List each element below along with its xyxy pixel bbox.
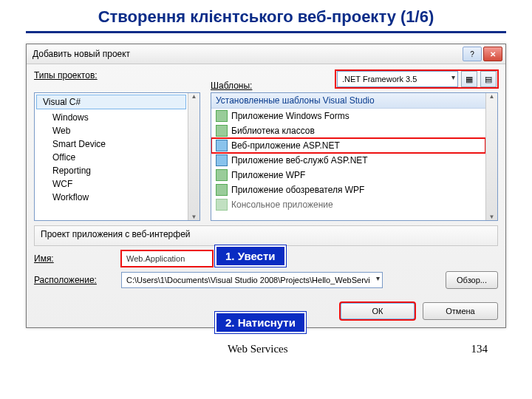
location-input[interactable]: C:\Users\1\Documents\Visual Studio 2008\… (121, 272, 383, 288)
location-label: Расположение: (34, 275, 115, 285)
framework-selector[interactable]: .NET Framework 3.5 (337, 71, 458, 87)
template-icon (216, 140, 228, 151)
dialog-body-header: Типы проектов: Шаблоны: .NET Framework 3… (27, 64, 505, 91)
template-icon (216, 125, 228, 137)
template-label: Веб-приложение ASP.NET (231, 140, 340, 151)
slide-title: Створення клієнтського веб-проекту (1/6) (0, 0, 532, 31)
title-underline (26, 31, 506, 33)
help-button[interactable]: ? (463, 47, 482, 61)
template-label: Приложение WPF (231, 170, 305, 180)
template-item[interactable]: Приложение веб-служб ASP.NET (211, 153, 485, 168)
view-large-icons-button[interactable]: ▤ (480, 71, 497, 87)
template-icon (216, 169, 228, 181)
new-project-dialog: Добавить новый проект ? ✕ Типы проектов:… (26, 44, 506, 328)
template-item[interactable]: Приложение обозревателя WPF (211, 183, 485, 197)
templates-group-header: Установленные шаблоны Visual Studio (211, 93, 485, 109)
template-icon (216, 199, 228, 211)
project-name-input[interactable]: Web.Application (121, 250, 213, 267)
location-row: Расположение: C:\Users\1\Documents\Visua… (27, 267, 505, 289)
template-item[interactable]: Приложение WPF (211, 168, 485, 183)
template-label: Приложение Windows Forms (231, 111, 349, 121)
browse-button[interactable]: Обзор... (446, 271, 498, 289)
tree-item[interactable]: Reporting (35, 164, 188, 177)
tree-item[interactable]: Windows (35, 111, 188, 124)
tree-root-visual-csharp[interactable]: Visual C# (36, 95, 186, 109)
template-item[interactable]: Консольное приложение (211, 197, 485, 212)
template-label: Библиотека классов (231, 126, 315, 136)
callout-step-1: 1. Увести (215, 245, 286, 267)
framework-toolbar: .NET Framework 3.5 ▦ ▤ (335, 70, 498, 88)
ok-button[interactable]: ОК (340, 302, 415, 320)
template-icon (216, 184, 228, 196)
tree-item[interactable]: Workflow (35, 191, 188, 204)
template-item-aspnet-web[interactable]: Веб-приложение ASP.NET (211, 138, 485, 153)
template-label: Консольное приложение (231, 200, 333, 210)
view-small-icons-button[interactable]: ▦ (461, 71, 477, 87)
template-icon (216, 110, 228, 122)
template-icon (216, 154, 228, 166)
templates-list[interactable]: Установленные шаблоны Visual Studio Прил… (211, 92, 498, 221)
name-label: Имя: (34, 253, 115, 264)
tree-item[interactable]: WCF (35, 177, 188, 191)
templates-label: Шаблоны: (211, 81, 335, 91)
templates-scrollbar[interactable]: ▲▼ (485, 93, 497, 220)
callout-step-2: 2. Натиснути (215, 312, 306, 333)
tree-item[interactable]: Smart Device (35, 137, 188, 151)
dialog-title: Добавить новый проект (30, 49, 461, 59)
template-label: Приложение обозревателя WPF (231, 185, 364, 195)
close-button[interactable]: ✕ (483, 47, 502, 61)
dialog-titlebar: Добавить новый проект ? ✕ (27, 44, 505, 64)
cancel-button[interactable]: Отмена (423, 302, 498, 320)
page-number: 134 (471, 343, 488, 355)
template-item[interactable]: Приложение Windows Forms (211, 109, 485, 123)
tree-scrollbar[interactable]: ▲▼ (188, 93, 200, 220)
template-item[interactable]: Библиотека классов (211, 123, 485, 138)
project-types-tree[interactable]: Visual C# Windows Web Smart Device Offic… (34, 92, 200, 221)
tree-item[interactable]: Office (35, 151, 188, 164)
project-types-label: Типы проектов: (34, 70, 200, 81)
template-description: Проект приложения с веб-интерфей (34, 225, 498, 246)
footer-title: Web Services (228, 343, 288, 355)
template-label: Приложение веб-служб ASP.NET (231, 155, 368, 166)
dialog-body-lists: Visual C# Windows Web Smart Device Offic… (27, 91, 505, 221)
template-description-text: Проект приложения с веб-интерфей (41, 229, 191, 239)
tree-item[interactable]: Web (35, 124, 188, 137)
